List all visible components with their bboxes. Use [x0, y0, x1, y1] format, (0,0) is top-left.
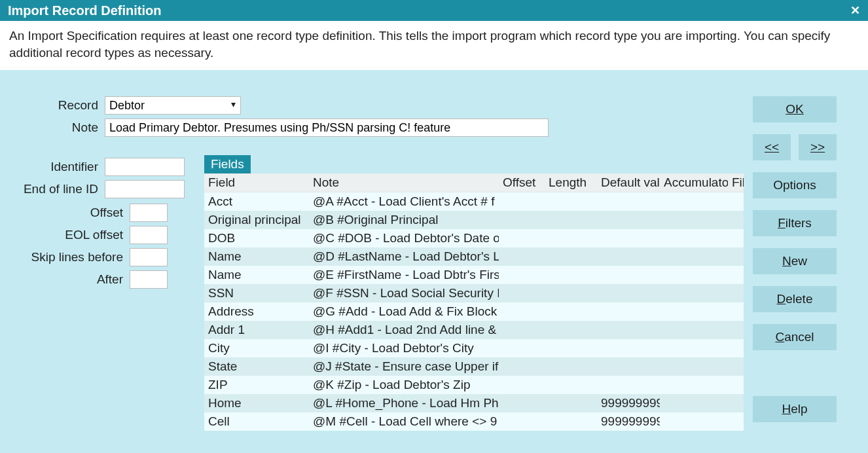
cell-default[interactable]	[597, 211, 660, 229]
cell-fill[interactable]	[728, 339, 744, 357]
close-icon[interactable]: ✕	[850, 0, 860, 21]
cell-default[interactable]	[597, 266, 660, 284]
col-fill[interactable]: Fill	[728, 173, 744, 192]
cell-note[interactable]: @G #Add - Load Add & Fix Block	[309, 302, 499, 321]
col-length[interactable]: Length	[545, 173, 597, 192]
fields-grid[interactable]: Field Note Offset Length Default val Acc…	[204, 173, 744, 431]
skip-before-input[interactable]	[130, 248, 168, 266]
cell-length[interactable]	[545, 302, 597, 321]
cell-offset[interactable]	[499, 192, 545, 211]
table-row[interactable]: Home@L #Home_Phone - Load Hm Ph999999999…	[204, 394, 744, 412]
options-button[interactable]: Options	[753, 172, 837, 198]
cell-note[interactable]: @C #DOB - Load Debtor's Date o	[309, 229, 499, 247]
cell-note[interactable]: @H #Add1 - Load 2nd Add line &	[309, 321, 499, 339]
eol-id-input[interactable]	[105, 180, 185, 198]
cell-accum[interactable]	[660, 376, 728, 394]
table-row[interactable]: ZIP@K #Zip - Load Debtor's Zip	[204, 376, 744, 394]
cell-field[interactable]: State	[204, 357, 309, 376]
next-button[interactable]: >>	[799, 134, 837, 160]
table-row[interactable]: State@J #State - Ensure case Upper if	[204, 357, 744, 376]
cell-default[interactable]	[597, 376, 660, 394]
cell-field[interactable]: Addr 1	[204, 321, 309, 339]
cell-offset[interactable]	[499, 412, 545, 431]
cell-offset[interactable]	[499, 357, 545, 376]
cell-note[interactable]: @I #City - Load Debtor's City	[309, 339, 499, 357]
cell-note[interactable]: @A #Acct - Load Client's Acct # f	[309, 192, 499, 211]
cell-field[interactable]: Cell	[204, 412, 309, 431]
cell-default[interactable]	[597, 302, 660, 321]
cell-length[interactable]	[545, 339, 597, 357]
table-row[interactable]: Address@G #Add - Load Add & Fix Block	[204, 302, 744, 321]
cell-accum[interactable]	[660, 266, 728, 284]
cell-accum[interactable]	[660, 302, 728, 321]
cell-default[interactable]	[597, 357, 660, 376]
cell-accum[interactable]	[660, 229, 728, 247]
table-row[interactable]: Acct@A #Acct - Load Client's Acct # f	[204, 192, 744, 211]
table-row[interactable]: Addr 1@H #Add1 - Load 2nd Add line &	[204, 321, 744, 339]
cell-length[interactable]	[545, 284, 597, 302]
record-select[interactable]: Debtor	[105, 96, 241, 115]
cell-accum[interactable]	[660, 412, 728, 431]
cell-default[interactable]: 9999999999	[597, 394, 660, 412]
cell-field[interactable]: DOB	[204, 229, 309, 247]
cell-field[interactable]: SSN	[204, 284, 309, 302]
cell-fill[interactable]	[728, 192, 744, 211]
cell-length[interactable]	[545, 394, 597, 412]
help-button[interactable]: Help	[753, 396, 837, 422]
identifier-input[interactable]	[105, 158, 185, 176]
new-button[interactable]: New	[753, 248, 837, 274]
table-row[interactable]: Name@E #FirstName - Load Dbtr's First	[204, 266, 744, 284]
table-row[interactable]: City@I #City - Load Debtor's City	[204, 339, 744, 357]
cell-field[interactable]: City	[204, 339, 309, 357]
cancel-button[interactable]: Cancel	[753, 324, 837, 350]
cell-field[interactable]: Acct	[204, 192, 309, 211]
cell-default[interactable]	[597, 339, 660, 357]
cell-offset[interactable]	[499, 376, 545, 394]
cell-fill[interactable]	[728, 284, 744, 302]
cell-default[interactable]	[597, 284, 660, 302]
cell-length[interactable]	[545, 376, 597, 394]
cell-length[interactable]	[545, 192, 597, 211]
cell-note[interactable]: @J #State - Ensure case Upper if	[309, 357, 499, 376]
cell-length[interactable]	[545, 412, 597, 431]
table-row[interactable]: Name@D #LastName - Load Debtor's L	[204, 247, 744, 266]
cell-offset[interactable]	[499, 339, 545, 357]
cell-length[interactable]	[545, 321, 597, 339]
cell-field[interactable]: Name	[204, 266, 309, 284]
cell-note[interactable]: @M #Cell - Load Cell where <> 9	[309, 412, 499, 431]
cell-fill[interactable]	[728, 357, 744, 376]
cell-accum[interactable]	[660, 284, 728, 302]
cell-field[interactable]: Address	[204, 302, 309, 321]
cell-offset[interactable]	[499, 266, 545, 284]
cell-field[interactable]: Name	[204, 247, 309, 266]
cell-note[interactable]: @E #FirstName - Load Dbtr's First	[309, 266, 499, 284]
cell-offset[interactable]	[499, 211, 545, 229]
cell-fill[interactable]	[728, 266, 744, 284]
col-accum[interactable]: Accumulator	[660, 173, 728, 192]
cell-length[interactable]	[545, 247, 597, 266]
col-field[interactable]: Field	[204, 173, 309, 192]
cell-fill[interactable]	[728, 247, 744, 266]
cell-note[interactable]: @L #Home_Phone - Load Hm Ph	[309, 394, 499, 412]
table-row[interactable]: DOB@C #DOB - Load Debtor's Date o	[204, 229, 744, 247]
cell-accum[interactable]	[660, 321, 728, 339]
cell-field[interactable]: Original principal	[204, 211, 309, 229]
cell-accum[interactable]	[660, 192, 728, 211]
cell-accum[interactable]	[660, 247, 728, 266]
cell-accum[interactable]	[660, 339, 728, 357]
cell-length[interactable]	[545, 266, 597, 284]
cell-length[interactable]	[545, 211, 597, 229]
after-input[interactable]	[130, 270, 168, 289]
cell-fill[interactable]	[728, 376, 744, 394]
cell-length[interactable]	[545, 357, 597, 376]
cell-default[interactable]	[597, 229, 660, 247]
cell-field[interactable]: ZIP	[204, 376, 309, 394]
tab-fields[interactable]: Fields	[204, 155, 251, 173]
cell-field[interactable]: Home	[204, 394, 309, 412]
delete-button[interactable]: Delete	[753, 286, 837, 312]
eol-offset-input[interactable]	[130, 226, 168, 244]
cell-accum[interactable]	[660, 394, 728, 412]
cell-note[interactable]: @D #LastName - Load Debtor's L	[309, 247, 499, 266]
note-input[interactable]	[105, 118, 549, 137]
cell-fill[interactable]	[728, 412, 744, 431]
